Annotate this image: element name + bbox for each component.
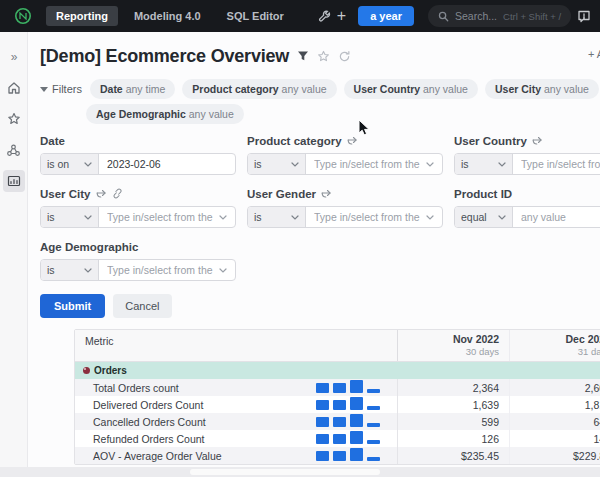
horizontal-scrollbar-thumb[interactable] [190,469,380,475]
filter-control: is Type in/select from the list [454,153,600,175]
value-text: Type in/select from the list [521,158,600,170]
table-row: Delivered Orders Count 1,639 1,816 [75,396,600,413]
add-widget-link[interactable]: + Add [588,48,600,60]
filter-pill-value: any value [544,83,589,95]
feedback-icon[interactable] [577,5,591,27]
filter-field: User Country is Type in/select from the … [454,134,600,175]
goto-arrow-icon[interactable] [347,136,358,145]
minibar [316,383,329,393]
minibar [367,406,380,410]
operator-select[interactable]: is [455,154,513,174]
dec-value-cell: $229.85 [509,447,600,464]
value-text: 2023-02-06 [107,158,161,170]
operator-select[interactable]: equal [455,207,513,227]
filter-form: Date is on 2023-02-06 P [40,134,600,281]
minibar-chart [299,430,397,447]
expand-sidebar-icon[interactable]: » [3,46,25,68]
operator-select[interactable]: is [41,260,99,280]
filter-field: User City is Type in/select from the lis… [40,187,236,228]
minibar [350,414,363,427]
metric-column-header: Metric [75,330,299,361]
title-row: [Demo] Ecommerce Overview [40,42,600,70]
filter-pill-name: Product category [192,83,278,95]
favorites-star-icon[interactable] [3,108,25,130]
home-icon[interactable] [3,77,25,99]
page-title: [Demo] Ecommerce Overview [40,46,289,67]
caret-down-icon [40,87,48,92]
holistics-logo-icon[interactable] [14,7,32,25]
period-header-dec: Dec 2022 31 days [509,330,600,361]
submit-button[interactable]: Submit [40,294,105,318]
nov-value-cell: $235.45 [397,447,509,464]
date-range-button[interactable]: a year [358,6,414,26]
value-input[interactable]: 2023-02-06 [99,154,235,174]
value-input[interactable]: Type in/select from the list [306,154,442,174]
goto-arrow-icon[interactable] [96,189,107,198]
link-icon[interactable] [112,188,123,199]
nav-tab-sql-editor[interactable]: SQL Editor [217,6,294,26]
minibar [333,417,346,427]
value-input[interactable]: Type in/select from the list [513,154,600,174]
filter-pill-value: any value [282,83,327,95]
cancel-button[interactable]: Cancel [113,294,171,318]
operator-select[interactable]: is on [41,154,99,174]
nav-tab-modeling[interactable]: Modeling 4.0 [124,6,211,26]
chart-column-header [299,330,397,361]
field-label: Date [40,135,65,147]
filter-pill[interactable]: Date any time [90,79,175,99]
minibar [333,434,346,444]
metric-group-row[interactable]: Orders [75,362,600,379]
period-header-nov: Nov 2022 30 days [397,330,509,361]
dashboards-icon[interactable] [3,170,25,192]
search-input[interactable]: Search... Ctrl + Shift + / [428,5,571,27]
table-body: Total Orders count 2,364 2,602 Delivered… [75,379,600,464]
value-input[interactable]: Type in/select from the list [99,260,235,280]
datasets-icon[interactable] [3,139,25,161]
filter-pill-name: User City [495,83,541,95]
filter-pill[interactable]: Product category any value [182,79,336,99]
filter-control: is Type in/select from the list [40,206,236,228]
value-input[interactable]: Type in/select from the list [306,207,442,227]
dec-value-cell: 1,816 [509,396,600,413]
metric-cell: Delivered Orders Count [75,396,299,413]
minibar [333,400,346,410]
favorite-star-icon[interactable] [317,50,330,63]
goto-arrow-icon[interactable] [532,136,543,145]
nav-tab-reporting[interactable]: Reporting [46,6,118,26]
metric-cell: Refunded Orders Count [75,430,299,447]
metric-cell: Total Orders count [75,379,299,396]
add-new-icon[interactable]: + [337,5,346,27]
filters-toggle[interactable]: Filters [40,83,82,95]
refresh-icon[interactable] [338,50,351,63]
filter-control: is Type in/select from the list [40,259,236,281]
dec-value-cell: 2,602 [509,379,600,396]
goto-arrow-icon[interactable] [321,189,332,198]
minibar [350,397,363,410]
metric-cell: Cancelled Orders Count [75,413,299,430]
metrics-table: Metric Nov 2022 30 days Dec 2022 31 days… [74,329,600,465]
operator-select[interactable]: is [41,207,99,227]
value-text: any value [521,211,566,223]
filter-pill[interactable]: Age Demographic any value [86,104,244,124]
minibar [333,451,346,461]
main-content: [Demo] Ecommerce Overview + Add [28,32,600,477]
value-input[interactable]: any value [513,207,600,227]
filter-field: Product category is Type in/select from … [247,134,443,175]
operator-select[interactable]: is [248,207,306,227]
filter-funnel-icon[interactable] [297,50,309,62]
value-input[interactable]: Type in/select from the list [99,207,235,227]
group-icon [83,367,90,374]
filter-control: equal any value [454,206,600,228]
field-label: User Country [454,135,527,147]
wrench-icon[interactable] [318,5,331,27]
filter-pill[interactable]: User Country any value [344,79,478,99]
value-text: Type in/select from the list [107,211,215,223]
field-label: Product category [247,135,342,147]
filter-pill-name: User Country [354,83,421,95]
operator-select[interactable]: is [248,154,306,174]
minibar [333,383,346,393]
minibar-chart [299,447,397,464]
form-actions: Submit Cancel [40,294,600,318]
operator-value: is [47,211,55,223]
filter-pill[interactable]: User City any value [485,79,599,99]
